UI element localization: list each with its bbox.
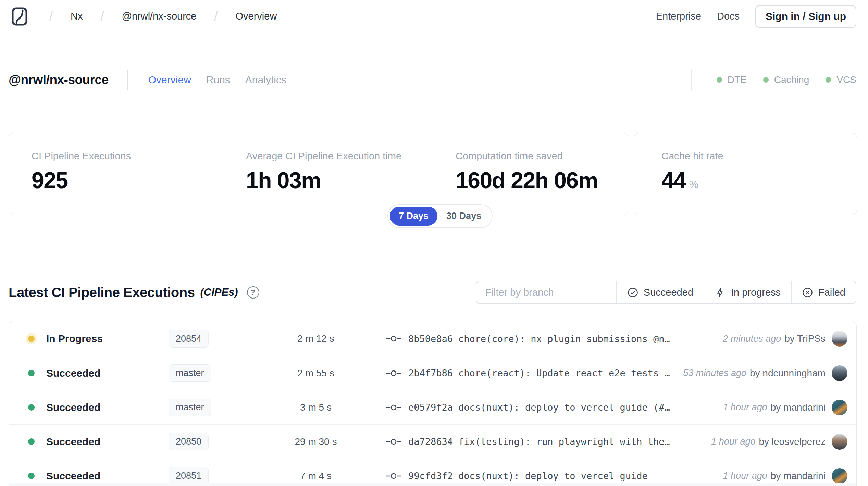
status-label: Succeeded: [46, 470, 100, 482]
section-title: Latest CI Pipeline Executions: [9, 285, 195, 300]
author: by mandarini: [771, 402, 826, 413]
stat-average-execution-time: Average CI Pipeline Execution time 1h 03…: [223, 133, 433, 215]
commit-cell: da728634fix(testing): run playwright wit…: [386, 436, 711, 447]
breadcrumb-separator: /: [49, 9, 53, 24]
meta-cell: 1 hour ago by mandarini: [723, 400, 847, 415]
commit-message: chore(core): nx plugin submissions @n…: [458, 333, 670, 344]
breadcrumb-item-overview[interactable]: Overview: [236, 11, 277, 22]
stat-computation-time-saved: Computation time saved 160d 22h 06m: [433, 133, 628, 215]
status-label: In Progress: [46, 333, 103, 344]
cipe-row[interactable]: Succeeded 20850 29 m 30 s da728634fix(te…: [9, 424, 856, 459]
feature-dte: DTE: [717, 74, 747, 85]
author: by leosvelperez: [759, 436, 826, 447]
nx-cloud-logo-icon[interactable]: [12, 7, 27, 26]
meta-cell: 1 hour ago by leosvelperez: [711, 434, 847, 450]
cipe-row[interactable]: In Progress 20854 2 m 12 s 8b50e8a6chore…: [9, 321, 856, 356]
status-cell: Succeeded: [28, 367, 169, 379]
range-option-30-days[interactable]: 30 Days: [437, 207, 490, 226]
stats-row: CI Pipeline Executions 925 Average CI Pi…: [9, 133, 857, 215]
breadcrumb-item-nx[interactable]: Nx: [71, 11, 83, 22]
help-icon[interactable]: ?: [247, 286, 259, 299]
status-dot-icon: [28, 336, 35, 342]
tab-overview[interactable]: Overview: [148, 74, 191, 86]
nav-actions: Enterprise Docs Sign in / Sign up: [656, 5, 856, 28]
nx-cloud-dashboard: / Nx / @nrwl/nx-source / Overview Enterp…: [0, 0, 868, 486]
status-dot-icon: [28, 473, 35, 479]
nav-link-enterprise[interactable]: Enterprise: [656, 11, 701, 22]
branch-badge: 20850: [169, 433, 209, 450]
author: by mandarini: [771, 471, 826, 482]
feature-status-group: DTE Caching VCS: [691, 70, 856, 90]
commit-text: 2b4f7b86chore(react): Update react e2e t…: [408, 368, 670, 378]
cipe-section-header: Latest CI Pipeline Executions (CIPEs) ? …: [9, 280, 856, 304]
branch-cell: 20854: [169, 330, 254, 348]
duration-cell: 2 m 12 s: [254, 333, 377, 344]
commit-cell: e0579f2adocs(nuxt): deploy to vercel gui…: [386, 402, 723, 413]
filter-succeeded-button[interactable]: Succeeded: [616, 281, 704, 303]
status-cell: In Progress: [28, 333, 169, 344]
breadcrumb-separator: /: [100, 9, 104, 24]
range-option-7-days[interactable]: 7 Days: [390, 207, 437, 226]
commit-message: chore(react): Update react e2e tests …: [458, 368, 670, 378]
green-dot-icon: [763, 77, 769, 83]
avatar: [832, 434, 847, 450]
stat-cache-hit-rate-card: Cache hit rate 44%: [634, 133, 857, 215]
green-dot-icon: [826, 77, 831, 83]
x-circle-icon: [802, 287, 813, 298]
branch-cell: master: [169, 399, 254, 416]
breadcrumb-item-workspace[interactable]: @nrwl/nx-source: [122, 11, 196, 22]
check-circle-icon: [627, 287, 638, 298]
branch-badge: master: [169, 364, 211, 382]
avatar: [832, 365, 847, 381]
divider: [127, 70, 128, 90]
section-subtitle: (CIPEs): [200, 286, 238, 299]
cipe-row[interactable]: Succeeded 20851 7 m 4 s 99cfd3f2docs(nux…: [9, 459, 856, 486]
status-label: Succeeded: [46, 402, 100, 413]
avatar: [832, 400, 847, 415]
filter-in-progress-button[interactable]: In progress: [704, 281, 791, 303]
duration-cell: 2 m 55 s: [254, 368, 377, 379]
page-title: @nrwl/nx-source: [9, 73, 109, 87]
top-nav: / Nx / @nrwl/nx-source / Overview Enterp…: [0, 0, 868, 33]
commit-cell: 2b4f7b86chore(react): Update react e2e t…: [386, 368, 683, 378]
sign-in-button[interactable]: Sign in / Sign up: [755, 5, 856, 28]
tab-runs[interactable]: Runs: [206, 74, 230, 86]
date-range-toggle: 7 Days 30 Days: [387, 204, 493, 228]
status-label: Succeeded: [46, 367, 100, 379]
divider: [691, 70, 692, 90]
commit-text: 8b50e8a6chore(core): nx plugin submissio…: [408, 333, 670, 344]
status-label: Succeeded: [46, 436, 100, 448]
nav-link-docs[interactable]: Docs: [717, 11, 740, 22]
meta-cell: 53 minutes ago by ndcunningham: [683, 365, 847, 381]
project-tabs: Overview Runs Analytics: [148, 74, 286, 86]
commit-message: docs(nuxt): deploy to vercel guide (#…: [458, 402, 670, 413]
stat-ci-pipeline-executions: CI Pipeline Executions 925: [9, 133, 223, 215]
branch-cell: master: [169, 364, 254, 382]
green-dot-icon: [717, 77, 722, 83]
status-cell: Succeeded: [28, 436, 169, 448]
meta-cell: 2 minutes ago by TriPSs: [723, 331, 847, 347]
duration-cell: 3 m 5 s: [254, 402, 377, 413]
stat-cache-hit-rate: Cache hit rate 44%: [634, 133, 857, 215]
branch-cell: 20850: [169, 433, 254, 450]
author: by ndcunningham: [750, 368, 826, 379]
cipe-row[interactable]: Succeeded master 2 m 55 s 2b4f7b86chore(…: [9, 356, 856, 390]
cipe-row[interactable]: Succeeded master 3 m 5 s e0579f2adocs(nu…: [9, 390, 856, 424]
avatar: [832, 468, 847, 484]
duration-cell: 29 m 30 s: [254, 436, 377, 447]
filter-failed-button[interactable]: Failed: [791, 281, 856, 303]
breadcrumb-separator: /: [214, 9, 218, 24]
filter-bar: Succeeded In progress Failed: [476, 281, 856, 304]
duration-cell: 7 m 4 s: [254, 471, 377, 482]
time-ago: 2 minutes ago: [723, 333, 781, 344]
tab-analytics[interactable]: Analytics: [245, 74, 286, 86]
commit-hash: 99cfd3f2: [408, 471, 453, 481]
author: by TriPSs: [784, 333, 826, 344]
commit-message: fix(testing): run playwright with the…: [458, 436, 670, 447]
branch-badge: master: [169, 399, 211, 416]
time-ago: 53 minutes ago: [683, 368, 746, 378]
branch-filter-input[interactable]: [476, 281, 616, 303]
feature-vcs: VCS: [826, 74, 856, 85]
commit-hash: 8b50e8a6: [408, 333, 453, 344]
breadcrumb: / Nx / @nrwl/nx-source / Overview: [49, 9, 277, 24]
